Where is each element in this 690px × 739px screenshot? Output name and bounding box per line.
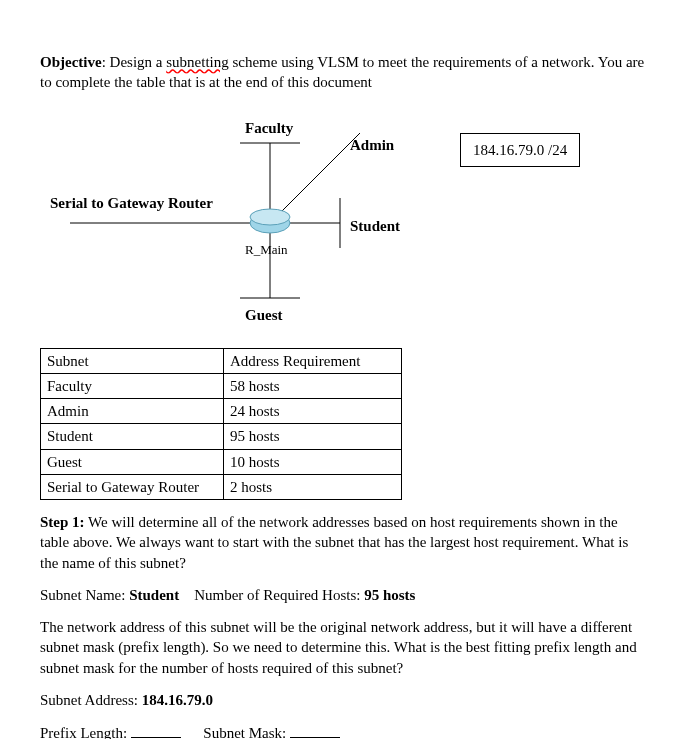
table-cell-subnet: Faculty <box>41 373 224 398</box>
subnet-address-label: Subnet Address: <box>40 692 142 708</box>
table-cell-subnet: Guest <box>41 449 224 474</box>
table-row: Guest 10 hosts <box>41 449 402 474</box>
table-row: Student 95 hosts <box>41 424 402 449</box>
diagram-label-student: Student <box>350 216 400 236</box>
diagram-label-guest: Guest <box>245 305 283 325</box>
diagram-label-faculty: Faculty <box>245 118 293 138</box>
num-hosts-label: Number of Required Hosts: <box>179 587 364 603</box>
diagram-ip-box: 184.16.79.0 /24 <box>460 133 580 167</box>
table-cell-req: 95 hosts <box>224 424 402 449</box>
step1-paragraph: Step 1: We will determine all of the net… <box>40 512 650 573</box>
subnet-address-line: Subnet Address: 184.16.79.0 <box>40 690 650 710</box>
requirements-table: Subnet Address Requirement Faculty 58 ho… <box>40 348 402 501</box>
table-cell-req: 58 hosts <box>224 373 402 398</box>
objective-paragraph: Objective: Design a subnetting scheme us… <box>40 52 650 93</box>
objective-label: Objective <box>40 54 102 70</box>
prefix-mask-line: Prefix Length: Subnet Mask: <box>40 722 650 739</box>
table-cell-subnet: Serial to Gateway Router <box>41 474 224 499</box>
table-row: Serial to Gateway Router 2 hosts <box>41 474 402 499</box>
table-row: Faculty 58 hosts <box>41 373 402 398</box>
objective-squiggly-word: subnetting <box>166 54 229 70</box>
subnet-name-label: Subnet Name: <box>40 587 129 603</box>
diagram-label-serial: Serial to Gateway Router <box>50 193 213 213</box>
table-header-req: Address Requirement <box>224 348 402 373</box>
table-row: Admin 24 hosts <box>41 399 402 424</box>
step1-text: We will determine all of the network add… <box>40 514 628 571</box>
table-header-row: Subnet Address Requirement <box>41 348 402 373</box>
objective-text-before: : Design a <box>102 54 167 70</box>
subnet-name-value: Student <box>129 587 179 603</box>
svg-point-10 <box>250 209 290 225</box>
table-cell-subnet: Admin <box>41 399 224 424</box>
answers-line: Subnet Name: Student Number of Required … <box>40 585 650 605</box>
network-diagram: Faculty Admin Serial to Gateway Router S… <box>40 113 650 333</box>
table-cell-req: 2 hosts <box>224 474 402 499</box>
table-cell-req: 24 hosts <box>224 399 402 424</box>
subnet-mask-blank[interactable] <box>290 722 340 738</box>
subnet-mask-label: Subnet Mask: <box>203 725 290 739</box>
step1-label: Step 1: <box>40 514 85 530</box>
diagram-router-name: R_Main <box>245 241 288 259</box>
num-hosts-value: 95 hosts <box>364 587 415 603</box>
prefix-length-blank[interactable] <box>131 722 181 738</box>
table-cell-subnet: Student <box>41 424 224 449</box>
table-header-subnet: Subnet <box>41 348 224 373</box>
paragraph-2: The network address of this subnet will … <box>40 617 650 678</box>
prefix-length-label: Prefix Length: <box>40 725 131 739</box>
diagram-label-admin: Admin <box>350 135 394 155</box>
table-cell-req: 10 hosts <box>224 449 402 474</box>
subnet-address-value: 184.16.79.0 <box>142 692 213 708</box>
